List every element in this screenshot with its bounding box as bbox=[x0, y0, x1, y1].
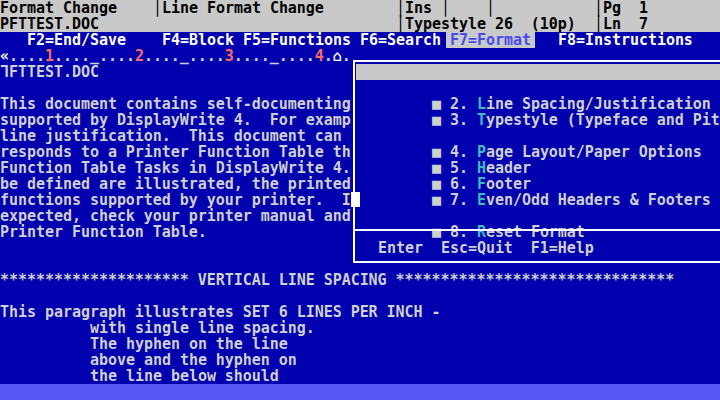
divider-bar-icon: │ bbox=[486, 0, 495, 16]
status-bar bbox=[0, 384, 720, 400]
fnkey-f2-end-save[interactable]: F2=End/Save bbox=[27, 32, 126, 48]
document-name: PFTTEST.DOC bbox=[0, 16, 99, 32]
document-line: FTTEST.DOC bbox=[9, 64, 99, 80]
document-line: supported by DisplayWrite 4. For examp bbox=[0, 112, 351, 128]
document-line: the line below should bbox=[90, 368, 279, 384]
screen-title: Format Change bbox=[0, 0, 117, 16]
fnkey-f6-search[interactable]: F6=Search bbox=[360, 32, 441, 48]
document-line: responds to a Printer Function Table th bbox=[0, 144, 351, 160]
typestyle-indicator: Typestyle 26 (10p) bbox=[405, 16, 576, 32]
divider-bar-icon: │ bbox=[396, 16, 405, 32]
document-line: above and the hyphen on bbox=[90, 352, 297, 368]
menu-border-top bbox=[353, 60, 720, 62]
document-line: line justification. This document can bbox=[0, 128, 342, 144]
line-indicator: Ln 7 bbox=[603, 16, 648, 32]
fnkey-f5-functions[interactable]: F5=Functions bbox=[243, 32, 351, 48]
fnkey-f4-block[interactable]: F4=Block bbox=[162, 32, 234, 48]
document-line: This paragraph illustrates SET 6 LINES P… bbox=[0, 304, 441, 320]
document-line: Printer Function Table. bbox=[0, 224, 207, 240]
menu-border-divider bbox=[353, 229, 720, 231]
fnkey-f7-format-active[interactable]: F7=Format bbox=[446, 32, 535, 48]
document-line: This document contains self-documenting bbox=[0, 96, 351, 112]
ruler: «....1...._....2...._....3...._....4.⌂. bbox=[0, 48, 351, 64]
displaywrite-app: Format Change │ Line Format Change │ Ins… bbox=[0, 0, 720, 400]
bullet-icon: ■ bbox=[432, 111, 441, 129]
menu-key-hints: Enter Esc=Quit F1=Help bbox=[378, 240, 594, 256]
bullet-icon: ■ bbox=[432, 191, 441, 209]
divider-bar-icon: │ bbox=[594, 0, 603, 16]
fnkey-f8-instructions[interactable]: F8=Instructions bbox=[558, 32, 693, 48]
divider-bar-icon: │ bbox=[153, 0, 162, 16]
section-divider: ********************* VERTICAL LINE SPAC… bbox=[0, 272, 674, 288]
document-line: functions supported by your printer. I bbox=[0, 192, 351, 208]
document-line: expected, check your printer manual and bbox=[0, 208, 351, 224]
divider-bar-icon: │ bbox=[396, 0, 405, 16]
document-line: be defined are illustrated, the printed bbox=[0, 176, 351, 192]
document-line: The hyphen on the line bbox=[90, 336, 288, 352]
menu-border-bottom bbox=[353, 261, 720, 263]
page-indicator: Pg 1 bbox=[603, 0, 648, 16]
format-change-marker-icon: Γ bbox=[0, 64, 9, 80]
insert-mode-indicator: Ins bbox=[405, 0, 432, 16]
divider-bar-icon: │ bbox=[594, 16, 603, 32]
text-cursor bbox=[351, 192, 360, 207]
mode-label: Line Format Change bbox=[162, 0, 324, 16]
document-line: Function Table Tasks in DisplayWrite 4. bbox=[0, 160, 351, 176]
divider-bar-icon: │ bbox=[441, 0, 450, 16]
menu-border-left bbox=[353, 60, 355, 263]
document-line: with single line spacing. bbox=[90, 320, 315, 336]
title-bar: Format Change │ Line Format Change │ Ins… bbox=[0, 0, 720, 32]
